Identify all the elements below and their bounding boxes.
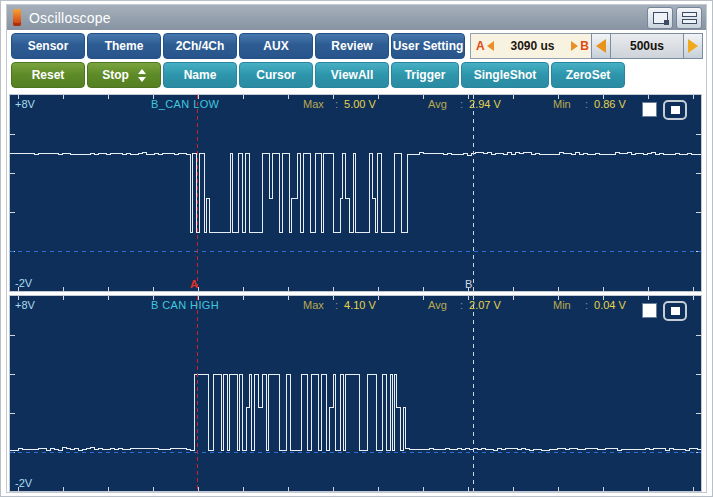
aux-button-label: AUX: [263, 39, 288, 53]
min-value: 0.86 V: [594, 98, 626, 110]
ch2-visible-checkbox[interactable]: [642, 303, 657, 318]
stack-icon: [682, 12, 697, 24]
trigger-button-label: Trigger: [405, 68, 446, 82]
min-label: Min: [553, 299, 579, 311]
user-setting-button[interactable]: User Setting: [391, 33, 465, 59]
min-value: 0.04 V: [594, 299, 626, 311]
min-label: Min: [553, 98, 579, 110]
oscilloscope-window: Oscilloscope Sensor Theme 2Ch/4Ch AUX Re…: [0, 0, 713, 497]
left-arrow-icon: [596, 39, 606, 53]
ch2-name: B CAN HIGH: [151, 299, 219, 311]
cursor-button[interactable]: Cursor: [239, 62, 313, 88]
switch-window-button[interactable]: [647, 7, 673, 29]
timebase-value: 500us: [630, 39, 664, 53]
viewall-button-label: ViewAll: [331, 68, 373, 82]
spinner-arrows-icon: [138, 69, 146, 82]
run-stop-button[interactable]: Stop: [87, 62, 161, 88]
timebase-display: 500us: [611, 33, 683, 59]
timebase-control: 500us: [591, 33, 703, 59]
ch2-max-stat: Max:4.10 V: [303, 299, 376, 311]
reset-button-label: Reset: [32, 68, 65, 82]
sensor-button-label: Sensor: [28, 39, 69, 53]
trigger-button[interactable]: Trigger: [391, 62, 459, 88]
viewall-button[interactable]: ViewAll: [315, 62, 389, 88]
cursor-a-letter: A: [476, 39, 485, 53]
zeroset-button-label: ZeroSet: [566, 68, 611, 82]
channel-mode-button-label: 2Ch/4Ch: [176, 39, 225, 53]
minimize-button[interactable]: [676, 7, 702, 29]
name-button[interactable]: Name: [163, 62, 237, 88]
max-label: Max: [303, 98, 329, 110]
reset-button[interactable]: Reset: [11, 62, 85, 88]
avg-label: Avg: [428, 299, 454, 311]
ch1-name: B_CAN LOW: [151, 98, 219, 110]
ch1-visible-checkbox[interactable]: [642, 102, 657, 117]
right-arrow-icon: [688, 39, 698, 53]
ch1-top-scale: +8V: [15, 98, 35, 110]
ch1-max-stat: Max:5.00 V: [303, 98, 376, 110]
titlebar[interactable]: Oscilloscope: [7, 5, 706, 30]
cursor-a-marker[interactable]: A: [190, 278, 198, 290]
ch1-min-stat: Min:0.86 V: [553, 98, 626, 110]
ch2-select-button[interactable]: [663, 301, 687, 321]
left-arrow-icon: [487, 41, 494, 51]
app-icon: [13, 9, 21, 26]
window-controls: [647, 7, 702, 29]
singleshot-button-label: SingleShot: [474, 68, 537, 82]
review-button[interactable]: Review: [315, 33, 389, 59]
name-button-label: Name: [184, 68, 217, 82]
scope-panel-ch1: +8V B_CAN LOW Max:5.00 V Avg:2.94 V Min:…: [10, 95, 701, 291]
ch2-min-stat: Min:0.04 V: [553, 299, 626, 311]
cursor-b-letter: B: [580, 39, 589, 53]
user-setting-button-label: User Setting: [393, 39, 464, 53]
max-value: 5.00 V: [344, 98, 376, 110]
avg-value: 2.07 V: [469, 299, 501, 311]
avg-label: Avg: [428, 98, 454, 110]
ch1-bottom-scale: -2V: [15, 277, 32, 289]
ch2-top-scale: +8V: [15, 299, 35, 311]
review-button-label: Review: [331, 39, 372, 53]
waveform-ch1: [10, 95, 701, 291]
sensor-button[interactable]: Sensor: [11, 33, 85, 59]
scope-panel-ch2: +8V B CAN HIGH Max:4.10 V Avg:2.07 V Min…: [10, 296, 701, 491]
timebase-decrease-button[interactable]: [591, 33, 611, 59]
zeroset-button[interactable]: ZeroSet: [551, 62, 625, 88]
switch-window-icon: [653, 12, 668, 24]
singleshot-button[interactable]: SingleShot: [461, 62, 549, 88]
avg-value: 2.94 V: [469, 98, 501, 110]
max-value: 4.10 V: [344, 299, 376, 311]
cursor-b-marker[interactable]: B: [465, 278, 472, 290]
square-icon: [671, 307, 680, 315]
right-arrow-icon: [571, 41, 578, 51]
max-label: Max: [303, 299, 329, 311]
toolbar-row-1: Sensor Theme 2Ch/4Ch AUX Review User Set…: [11, 33, 467, 59]
theme-button[interactable]: Theme: [87, 33, 161, 59]
theme-button-label: Theme: [105, 39, 144, 53]
ch2-avg-stat: Avg:2.07 V: [428, 299, 501, 311]
ch1-avg-stat: Avg:2.94 V: [428, 98, 501, 110]
channel-mode-button[interactable]: 2Ch/4Ch: [163, 33, 237, 59]
ch1-select-button[interactable]: [663, 100, 687, 120]
cursor-button-label: Cursor: [256, 68, 295, 82]
timebase-increase-button[interactable]: [683, 33, 703, 59]
waveform-ch2: [10, 296, 701, 491]
toolbar-row-2: Reset Stop Name Cursor ViewAll Trigger S…: [11, 62, 627, 88]
window-title: Oscilloscope: [29, 10, 111, 26]
aux-button[interactable]: AUX: [239, 33, 313, 59]
run-stop-button-label: Stop: [102, 68, 129, 82]
ch2-bottom-scale: -2V: [15, 477, 32, 489]
square-icon: [671, 106, 680, 114]
cursor-delta-value: 3090 us: [494, 39, 572, 53]
cursor-ab-readout[interactable]: A 3090 us B: [470, 33, 595, 59]
